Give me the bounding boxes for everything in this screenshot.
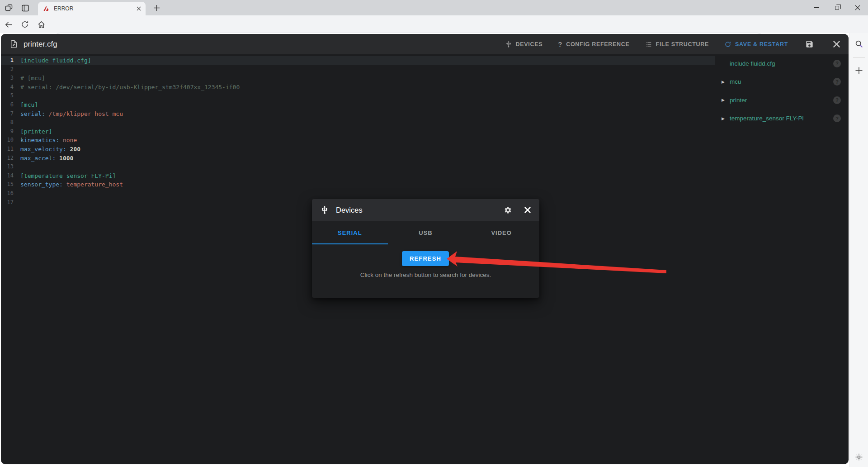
refresh-button[interactable]: REFRESH bbox=[402, 251, 449, 266]
refresh-page-icon[interactable] bbox=[20, 19, 30, 29]
file-structure-label: FILE STRUCTURE bbox=[656, 41, 709, 48]
usb-icon bbox=[505, 41, 512, 48]
editor-line[interactable]: 16 bbox=[1, 189, 715, 198]
list-icon bbox=[645, 41, 652, 48]
editor-line[interactable]: 9[printer] bbox=[1, 127, 715, 136]
dialog-title: Devices bbox=[336, 206, 363, 214]
expand-arrow-icon[interactable]: ▶ bbox=[722, 116, 730, 121]
code-text: max_accel: 1000 bbox=[14, 154, 73, 163]
config-reference-button[interactable]: ? CONFIG REFERENCE bbox=[558, 40, 629, 48]
tab-actions-icon[interactable] bbox=[20, 3, 30, 13]
code-text bbox=[14, 162, 20, 172]
browser-toolbar: 不安全 192.168.101.179/m/#/config bbox=[0, 15, 868, 33]
close-editor-icon[interactable] bbox=[830, 38, 842, 50]
save-restart-label: SAVE & RESTART bbox=[735, 41, 788, 48]
line-number: 12 bbox=[1, 154, 14, 163]
code-text: serial: /tmp/klipper_host_mcu bbox=[14, 110, 123, 119]
structure-item-temperature_sensor[interactable]: ▶temperature_sensor FLY-Pi? bbox=[715, 110, 849, 128]
editor-line[interactable]: 10kinematics: none bbox=[1, 136, 715, 145]
structure-item-label: mcu bbox=[730, 78, 741, 85]
tab-usb[interactable]: USB bbox=[388, 221, 464, 244]
new-tab-icon[interactable] bbox=[151, 2, 162, 13]
structure-item-printer[interactable]: ▶printer? bbox=[715, 91, 849, 110]
page-title: printer.cfg bbox=[24, 40, 57, 49]
help-icon[interactable]: ? bbox=[833, 60, 841, 67]
code-text: max_velocity: 200 bbox=[14, 145, 80, 154]
fluidd-error-favicon bbox=[42, 5, 50, 12]
editor-line[interactable]: 14[temperature_sensor FLY-Pi] bbox=[1, 172, 715, 181]
rail-settings-gear-icon[interactable] bbox=[849, 453, 868, 462]
browser-tab-strip: ERROR bbox=[0, 0, 868, 15]
window-controls bbox=[806, 0, 868, 15]
expand-arrow-icon[interactable]: ▶ bbox=[722, 80, 730, 84]
active-tab-underline bbox=[312, 243, 388, 244]
code-text: sensor_type: temperature_host bbox=[14, 180, 123, 189]
code-text: [printer] bbox=[14, 127, 52, 136]
dialog-settings-gear-icon[interactable] bbox=[504, 206, 512, 214]
devices-dialog: Devices SERIALUSBVIDEO REFRESH Click on … bbox=[312, 199, 539, 298]
save-file-icon[interactable] bbox=[803, 38, 815, 50]
editor-line[interactable]: 13 bbox=[1, 162, 715, 172]
line-number: 4 bbox=[1, 83, 14, 92]
file-edit-icon bbox=[9, 39, 19, 49]
minimize-button[interactable] bbox=[806, 0, 826, 15]
home-icon[interactable] bbox=[36, 19, 46, 29]
line-number: 3 bbox=[1, 74, 14, 83]
code-text bbox=[14, 189, 20, 198]
devices-button[interactable]: DEVICES bbox=[505, 41, 543, 48]
devices-dialog-header: Devices bbox=[312, 199, 539, 221]
help-icon[interactable]: ? bbox=[833, 96, 841, 104]
line-number: 5 bbox=[1, 91, 14, 100]
sidebar-search-icon[interactable] bbox=[849, 39, 868, 48]
editor-line[interactable]: 7serial: /tmp/klipper_host_mcu bbox=[1, 110, 715, 119]
line-number: 8 bbox=[1, 118, 14, 127]
tab-close-icon[interactable] bbox=[137, 6, 141, 11]
back-icon[interactable] bbox=[4, 19, 14, 29]
editor-line[interactable]: 15sensor_type: temperature_host bbox=[1, 180, 715, 189]
expand-arrow-icon[interactable]: ▶ bbox=[722, 98, 730, 102]
refresh-hint-text: Click on the refresh button to search fo… bbox=[358, 270, 494, 281]
help-icon[interactable]: ? bbox=[833, 78, 841, 86]
editor-line[interactable]: 8 bbox=[1, 118, 715, 127]
code-text: [mcu] bbox=[14, 100, 38, 110]
line-number: 6 bbox=[1, 100, 14, 110]
structure-item-label: temperature_sensor FLY-Pi bbox=[730, 115, 804, 122]
restart-icon bbox=[724, 41, 731, 48]
editor-line[interactable]: 1[include fluidd.cfg] bbox=[1, 56, 715, 65]
rail-divider-top bbox=[853, 57, 865, 58]
editor-line[interactable]: 4# serial: /dev/serial/by-id/usb-Klipper… bbox=[1, 83, 715, 92]
structure-item-mcu[interactable]: ▶mcu? bbox=[715, 73, 849, 91]
question-mark-icon: ? bbox=[558, 40, 562, 48]
line-number: 11 bbox=[1, 145, 14, 154]
editor-line[interactable]: 11max_velocity: 200 bbox=[1, 145, 715, 154]
close-window-button[interactable] bbox=[847, 0, 868, 15]
editor-line[interactable]: 2 bbox=[1, 65, 715, 74]
config-reference-label: CONFIG REFERENCE bbox=[566, 41, 629, 48]
usb-icon bbox=[320, 205, 329, 214]
save-restart-button[interactable]: SAVE & RESTART bbox=[724, 41, 788, 48]
code-text bbox=[14, 118, 20, 127]
app-toolbar: DEVICES ? CONFIG REFERENCE FILE STRUCTUR… bbox=[505, 38, 842, 50]
line-number: 16 bbox=[1, 189, 14, 198]
rail-divider-bottom bbox=[853, 446, 865, 446]
rail-add-icon[interactable] bbox=[849, 67, 868, 75]
restore-button[interactable] bbox=[826, 0, 847, 15]
tab-video[interactable]: VIDEO bbox=[463, 221, 539, 244]
devices-tabs: SERIALUSBVIDEO bbox=[312, 221, 539, 244]
dialog-close-icon[interactable] bbox=[524, 206, 531, 214]
structure-item-label: include fluidd.cfg bbox=[730, 60, 775, 67]
editor-line[interactable]: 5 bbox=[1, 91, 715, 100]
structure-item-include[interactable]: ▶include fluidd.cfg? bbox=[715, 54, 849, 73]
file-structure-button[interactable]: FILE STRUCTURE bbox=[645, 41, 709, 48]
code-text: [temperature_sensor FLY-Pi] bbox=[14, 172, 116, 181]
help-icon[interactable]: ? bbox=[833, 114, 841, 122]
editor-line[interactable]: 12max_accel: 1000 bbox=[1, 154, 715, 163]
code-text: # [mcu] bbox=[14, 74, 45, 83]
workspaces-icon[interactable] bbox=[4, 3, 14, 13]
browser-tab-error[interactable]: ERROR bbox=[38, 2, 146, 15]
tab-serial[interactable]: SERIAL bbox=[312, 221, 388, 244]
devices-label: DEVICES bbox=[516, 41, 543, 48]
line-number: 1 bbox=[1, 56, 14, 65]
editor-line[interactable]: 6[mcu] bbox=[1, 100, 715, 110]
editor-line[interactable]: 3# [mcu] bbox=[1, 74, 715, 83]
